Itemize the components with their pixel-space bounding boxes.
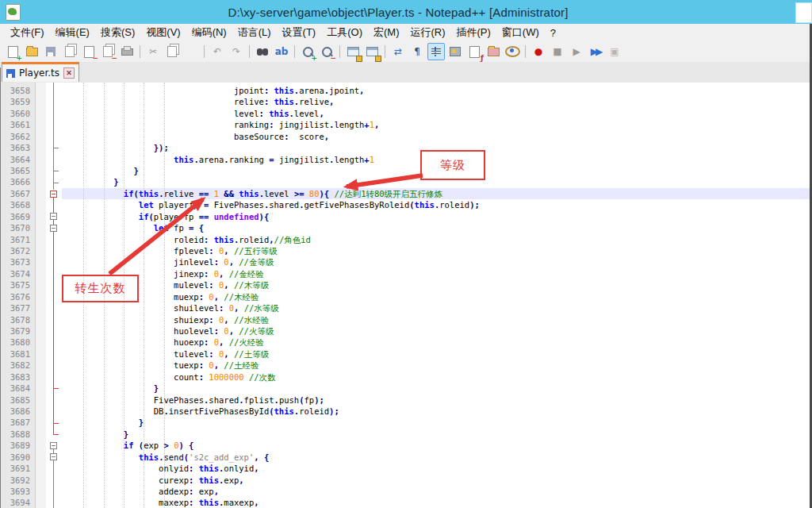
code-line-3661[interactable]: ranking: jingjilist.length+1,	[63, 120, 379, 129]
save-file-icon	[46, 47, 56, 56]
menu-item-plugins[interactable]: 插件(P)	[451, 24, 496, 41]
code-line-3681[interactable]: tulevel: 0, //土等级	[63, 349, 269, 360]
menu-item-run[interactable]: 运行(R)	[404, 24, 450, 41]
toolbar-folder-as-workspace-button[interactable]	[485, 43, 502, 60]
code-line-3663[interactable]: });	[63, 143, 169, 152]
code-line-3689[interactable]: if (exp > 0) {	[63, 441, 193, 450]
zoom-in-badge: +	[311, 55, 317, 62]
menu-item-language[interactable]: 语言(L)	[232, 24, 277, 41]
open-file-icon	[26, 48, 38, 56]
line-number: 3665	[0, 166, 30, 175]
toolbar-print-button[interactable]	[118, 43, 136, 60]
code-line-3690[interactable]: this.send('s2c_add_exp', {	[63, 452, 269, 462]
toolbar-zoom-out-button[interactable]: −	[318, 43, 335, 60]
toolbar-sync-horizontal-scroll-button[interactable]	[363, 43, 381, 60]
toolbar-redo-button[interactable]: ↷	[228, 43, 245, 60]
menu-item-view[interactable]: 视图(V)	[140, 24, 186, 41]
menu-item-window[interactable]: 窗口(W)	[496, 24, 545, 41]
line-number: 3672	[0, 246, 30, 256]
code-line-3667[interactable]: if(this.relive == 1 && this.level >= 80)…	[63, 189, 442, 200]
menu-item-tools[interactable]: 工具(O)	[321, 24, 368, 41]
line-number: 3673	[0, 257, 30, 267]
line-number: 3674	[0, 269, 30, 279]
fold-collapse-marker-3690[interactable]	[50, 453, 57, 460]
code-line-3672[interactable]: fplevel: 0, //五行等级	[63, 246, 278, 257]
toolbar-undo-button[interactable]: ↶	[209, 43, 226, 60]
toolbar-show-indent-guide-button[interactable]	[427, 43, 445, 60]
code-line-3669[interactable]: if(playerfp == undefined){	[63, 212, 269, 221]
menu-item-help[interactable]: ?	[545, 25, 561, 40]
code-line-3670[interactable]: let fp = {	[63, 223, 204, 233]
line-number: 3666	[0, 177, 30, 187]
line-number: 3671	[0, 235, 30, 244]
toolbar-zoom-in-button[interactable]: +	[299, 43, 316, 60]
toolbar-sync-vertical-scroll-button[interactable]	[344, 43, 362, 60]
fold-collapse-marker-3670[interactable]	[50, 225, 57, 232]
menu-item-settings[interactable]: 设置(T)	[277, 24, 322, 41]
menu-item-edit[interactable]: 编辑(E)	[50, 24, 95, 41]
code-line-3678[interactable]: shuiexp: 0, //水经验	[63, 315, 269, 326]
code-line-3673[interactable]: jinlevel: 0, //金等级	[63, 257, 274, 268]
code-line-3683[interactable]: count: 1000000 //次数	[63, 372, 276, 383]
code-line-3691[interactable]: onlyid: this.onlyid,	[63, 464, 259, 473]
menu-item-encoding[interactable]: 编码(N)	[186, 24, 232, 41]
code-line-3660[interactable]: level: this.level,	[63, 109, 324, 118]
code-line-3658[interactable]: jpoint: this.arena.jpoint,	[63, 86, 364, 95]
toolbar-save-file-button[interactable]	[42, 43, 59, 60]
tab-bar: Player.ts ✕	[0, 62, 812, 83]
toolbar-macro-run-multiple-button[interactable]: ▶▶	[587, 43, 604, 60]
code-line-3662[interactable]: baseSource: score,	[63, 132, 329, 141]
code-line-3694[interactable]: maxexp: this.maxexp,	[63, 498, 259, 507]
fold-collapse-marker-3669[interactable]	[50, 213, 57, 220]
toolbar-open-file-button[interactable]	[23, 43, 40, 60]
fold-collapse-marker-3667[interactable]	[50, 190, 57, 198]
toolbar-save-all-button[interactable]	[61, 43, 79, 60]
toolbar-macro-save-button[interactable]: ▣	[606, 43, 623, 60]
toolbar-monitoring-button[interactable]	[504, 43, 521, 60]
toolbar-macro-record-button[interactable]: ●	[530, 43, 547, 60]
toolbar-find-button[interactable]	[254, 43, 271, 60]
menu-item-file[interactable]: 文件(F)	[5, 24, 50, 41]
code-line-3693[interactable]: addexp: exp,	[63, 487, 219, 496]
toolbar-show-all-characters-button[interactable]: ¶	[408, 43, 426, 60]
tab-close-icon[interactable]: ✕	[63, 67, 75, 79]
code-line-3687[interactable]: }	[63, 418, 144, 427]
code-line-3677[interactable]: shuilevel: 0, //水等级	[63, 303, 279, 314]
toolbar-macro-play-button[interactable]: ▶	[568, 43, 585, 60]
toolbar-paste-button[interactable]	[182, 43, 200, 60]
toolbar-close-file-button[interactable]: −	[80, 43, 98, 60]
code-line-3665[interactable]: }	[63, 166, 139, 175]
toolbar-macro-stop-button[interactable]: ■	[549, 43, 566, 60]
code-line-3682[interactable]: tuexp: 0, //土经验	[63, 360, 259, 371]
fold-end-tick	[53, 183, 59, 183]
code-line-3668[interactable]: let playerfp = FivePhases.shared.getFive…	[63, 200, 480, 210]
toolbar-document-map-button[interactable]	[446, 43, 464, 60]
code-line-3685[interactable]: FivePhases.shared.fplist.push(fp);	[63, 395, 324, 405]
code-line-3680[interactable]: huoexp: 0, //火经验	[63, 337, 264, 348]
code-line-3671[interactable]: roleid: this.roleid,//角色id	[63, 235, 311, 246]
code-line-3664[interactable]: this.arena.ranking = jingjilist.length+1	[63, 155, 374, 164]
code-line-3686[interactable]: DB.insertFivePhasesById(this.roleid);	[63, 406, 339, 416]
toolbar-close-all-button[interactable]: −	[99, 43, 117, 60]
fold-margin[interactable]	[46, 83, 62, 508]
bookmark-margin[interactable]	[36, 83, 46, 508]
code-line-3692[interactable]: curexp: this.exp,	[63, 475, 244, 485]
menu-item-search[interactable]: 搜索(S)	[95, 24, 140, 41]
toolbar-replace-button[interactable]: ab	[273, 43, 290, 60]
fold-collapse-marker-3689[interactable]	[50, 442, 57, 449]
toolbar-function-list-button[interactable]: ƒ	[465, 43, 483, 60]
code-line-3679[interactable]: huolevel: 0, //火等级	[63, 326, 274, 337]
window-control-button[interactable]	[795, 2, 812, 23]
code-line-3666[interactable]: }	[63, 177, 119, 187]
toolbar-cut-button[interactable]: ✂	[144, 43, 162, 60]
menu-item-macro[interactable]: 宏(M)	[368, 24, 405, 41]
code-line-3688[interactable]: }	[63, 429, 128, 439]
toolbar-copy-button[interactable]	[163, 43, 181, 60]
close-all-badge: −	[111, 55, 117, 62]
tab-player-ts[interactable]: Player.ts ✕	[2, 62, 79, 82]
code-line-3684[interactable]: }	[63, 383, 159, 393]
toolbar-word-wrap-button[interactable]: ⇄	[389, 43, 407, 60]
toolbar-new-file-button[interactable]: +	[4, 43, 21, 60]
line-number: 3676	[0, 292, 30, 302]
code-line-3659[interactable]: relive: this.relive,	[63, 97, 334, 106]
